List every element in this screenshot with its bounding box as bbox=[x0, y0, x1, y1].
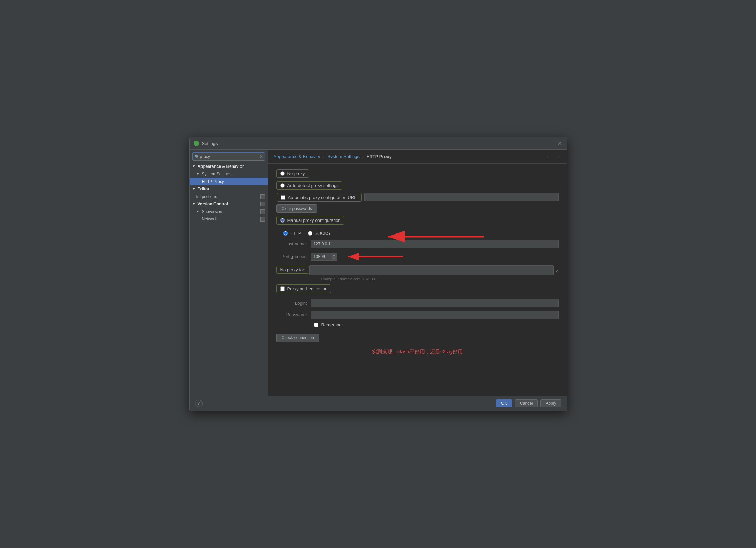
window-title: Settings bbox=[202, 141, 557, 146]
expand-arrow-icon: ▼ bbox=[196, 172, 200, 176]
expand-arrow-icon: ▼ bbox=[192, 187, 196, 191]
login-label: Login: bbox=[276, 300, 311, 306]
expand-icon[interactable]: ↗ bbox=[555, 269, 559, 273]
clear-passwords-row: Clear passwords bbox=[276, 204, 559, 213]
no-proxy-label[interactable]: No proxy bbox=[287, 171, 305, 176]
login-input[interactable] bbox=[311, 299, 559, 307]
no-proxy-for-label[interactable]: No proxy for: bbox=[276, 266, 309, 274]
host-name-label-text: Host name: bbox=[284, 241, 307, 246]
proxy-auth-section: Proxy authentication Login: Password: bbox=[276, 284, 559, 328]
protocol-row: HTTP SOCKS bbox=[283, 231, 559, 236]
nav-back-button[interactable]: ← bbox=[545, 153, 552, 160]
page-icon bbox=[260, 217, 265, 222]
settings-window: Settings ✕ 🔍 ✕ ▼ Appearance & Behavior ▼… bbox=[189, 137, 567, 411]
port-decrement-button[interactable]: ▼ bbox=[331, 257, 337, 260]
auto-detect-radio[interactable] bbox=[280, 183, 285, 188]
password-row: Password: bbox=[276, 311, 559, 319]
main-content: 🔍 ✕ ▼ Appearance & Behavior ▼ System Set… bbox=[190, 150, 567, 396]
remember-label[interactable]: Remember bbox=[321, 322, 343, 328]
port-increment-button[interactable]: ▲ bbox=[331, 253, 337, 257]
bottom-bar: ? OK Cancel Apply bbox=[190, 396, 567, 411]
remember-row: Remember bbox=[314, 322, 559, 328]
search-icon: 🔍 bbox=[195, 154, 199, 159]
auto-config-row: Automatic proxy configuration URL: bbox=[276, 193, 559, 202]
right-panel: Appearance & Behavior › System Settings … bbox=[268, 150, 567, 396]
breadcrumb-link-appearance[interactable]: Appearance & Behavior bbox=[274, 154, 321, 159]
footer-buttons: OK Cancel Apply bbox=[496, 399, 561, 407]
breadcrumb-current: HTTP Proxy bbox=[366, 154, 391, 159]
proxy-auth-option[interactable]: Proxy authentication bbox=[276, 284, 331, 293]
annotation-text: 实测发现，clash不好用，还是v2ray好用 bbox=[276, 349, 559, 355]
clear-passwords-button[interactable]: Clear passwords bbox=[276, 204, 317, 213]
titlebar: Settings ✕ bbox=[190, 137, 567, 150]
page-icon bbox=[260, 209, 265, 214]
help-button[interactable]: ? bbox=[195, 400, 203, 407]
page-icon bbox=[260, 194, 265, 199]
sidebar-item-system-settings[interactable]: ▼ System Settings bbox=[190, 170, 268, 178]
sidebar-item-appearance-behavior[interactable]: ▼ Appearance & Behavior bbox=[190, 163, 268, 170]
search-container: 🔍 ✕ bbox=[192, 152, 265, 161]
port-label-text: Port number: bbox=[276, 254, 311, 259]
breadcrumb-separator: › bbox=[323, 154, 325, 159]
apply-button[interactable]: Apply bbox=[540, 399, 561, 407]
sidebar-item-http-proxy[interactable]: HTTP Proxy bbox=[190, 178, 268, 185]
auto-config-checkbox[interactable] bbox=[281, 195, 285, 200]
proxy-auth-label[interactable]: Proxy authentication bbox=[287, 286, 328, 291]
cancel-button[interactable]: Cancel bbox=[515, 399, 538, 407]
socks-protocol-label[interactable]: SOCKS bbox=[308, 231, 330, 236]
sidebar-item-inspections[interactable]: Inspections bbox=[190, 193, 268, 200]
sidebar-item-editor[interactable]: ▼ Editor bbox=[190, 185, 268, 193]
sidebar: 🔍 ✕ ▼ Appearance & Behavior ▼ System Set… bbox=[190, 150, 268, 396]
breadcrumb: Appearance & Behavior › System Settings … bbox=[268, 150, 567, 164]
nav-buttons: ← → bbox=[545, 153, 561, 160]
remember-checkbox[interactable] bbox=[314, 323, 318, 327]
proxy-auth-checkbox[interactable] bbox=[280, 286, 285, 291]
http-radio[interactable] bbox=[283, 231, 288, 236]
auto-detect-label[interactable]: Auto-detect proxy settings bbox=[287, 183, 339, 188]
no-proxy-option[interactable]: No proxy bbox=[276, 169, 309, 178]
port-spinner: ▲ ▼ bbox=[311, 253, 338, 261]
expand-arrow-icon: ▼ bbox=[196, 210, 200, 213]
port-spinner-buttons: ▲ ▼ bbox=[331, 253, 337, 261]
expand-arrow-icon: ▼ bbox=[192, 202, 196, 206]
host-name-row: Host name: bbox=[276, 240, 559, 248]
port-arrow-annotation bbox=[341, 252, 410, 262]
breadcrumb-link-system[interactable]: System Settings bbox=[327, 154, 360, 159]
port-number-row: Port number: ▲ ▼ bbox=[276, 252, 559, 262]
sidebar-item-version-control[interactable]: ▼ Version Control bbox=[190, 200, 268, 208]
manual-proxy-label[interactable]: Manual proxy configuration bbox=[287, 218, 341, 223]
breadcrumb-separator: › bbox=[362, 154, 364, 159]
search-clear-icon[interactable]: ✕ bbox=[260, 154, 263, 159]
password-input[interactable] bbox=[311, 311, 559, 319]
close-button[interactable]: ✕ bbox=[557, 141, 563, 146]
expand-arrow-icon: ▼ bbox=[192, 164, 196, 168]
auto-config-option[interactable]: Automatic proxy configuration URL: bbox=[277, 193, 362, 202]
http-protocol-label[interactable]: HTTP bbox=[283, 231, 301, 236]
check-connection-button[interactable]: Check connection bbox=[276, 334, 319, 342]
login-row: Login: bbox=[276, 299, 559, 307]
auto-detect-option[interactable]: Auto-detect proxy settings bbox=[276, 181, 342, 190]
settings-content: No proxy Auto-detect proxy settings Auto… bbox=[268, 164, 567, 396]
no-proxy-for-row: No proxy for: ↗ bbox=[276, 265, 559, 275]
auto-config-url-input[interactable] bbox=[364, 193, 559, 201]
page-icon bbox=[260, 202, 265, 206]
sidebar-item-network[interactable]: Network bbox=[190, 215, 268, 223]
app-icon bbox=[194, 141, 199, 146]
password-label: Password: bbox=[276, 312, 311, 317]
no-proxy-for-input[interactable] bbox=[309, 265, 554, 275]
port-input[interactable] bbox=[311, 253, 331, 261]
host-name-label: Host name: bbox=[276, 241, 311, 246]
ok-button[interactable]: OK bbox=[496, 399, 512, 407]
manual-proxy-option[interactable]: Manual proxy configuration bbox=[276, 216, 344, 225]
sidebar-item-subversion[interactable]: ▼ Subversion bbox=[190, 208, 268, 215]
no-proxy-radio[interactable] bbox=[280, 171, 285, 176]
example-text: Example: *.domain.com, 192.168.* bbox=[321, 277, 559, 281]
search-input[interactable] bbox=[192, 152, 265, 161]
auto-config-label[interactable]: Automatic proxy configuration URL: bbox=[288, 195, 358, 200]
host-name-input[interactable] bbox=[311, 240, 559, 248]
manual-proxy-radio[interactable] bbox=[280, 218, 285, 223]
nav-forward-button[interactable]: → bbox=[554, 153, 561, 160]
socks-radio[interactable] bbox=[308, 231, 312, 236]
